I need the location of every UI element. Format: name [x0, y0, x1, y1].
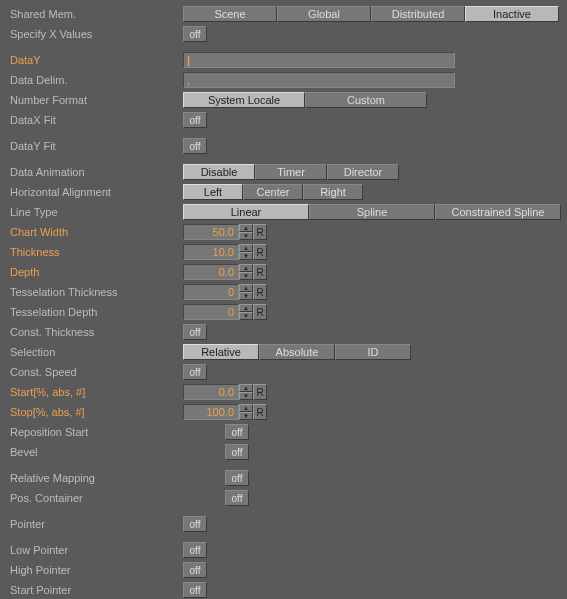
thickness-spinner[interactable]: ▲▼ [239, 244, 253, 260]
tess-thick-label: Tesselation Thickness [8, 286, 183, 298]
depth-reset[interactable]: R [253, 264, 267, 280]
chart-width-spinner[interactable]: ▲▼ [239, 224, 253, 240]
shared-mem-label: Shared Mem. [8, 8, 183, 20]
datay-fit-label: DataY Fit [8, 140, 183, 152]
data-delim-label: Data Delim. [8, 74, 183, 86]
const-thick-label: Const. Thickness [8, 326, 183, 338]
tess-depth-spinner[interactable]: ▲▼ [239, 304, 253, 320]
specify-x-toggle[interactable]: off [183, 26, 207, 42]
start-ptr-toggle[interactable]: off [183, 582, 207, 598]
datay-input[interactable]: | [183, 52, 455, 68]
selection-relative[interactable]: Relative [183, 344, 259, 360]
start-label: Start[%, abs, #] [8, 386, 183, 398]
start-spinner[interactable]: ▲▼ [239, 384, 253, 400]
num-format-custom[interactable]: Custom [305, 92, 427, 108]
tess-depth-reset[interactable]: R [253, 304, 267, 320]
thickness-reset[interactable]: R [253, 244, 267, 260]
const-speed-label: Const. Speed [8, 366, 183, 378]
data-delim-input[interactable]: , [183, 72, 455, 88]
start-input[interactable]: 0.0 [183, 384, 239, 400]
depth-spinner[interactable]: ▲▼ [239, 264, 253, 280]
halign-right[interactable]: Right [303, 184, 363, 200]
high-ptr-toggle[interactable]: off [183, 562, 207, 578]
line-type-constrained[interactable]: Constrained Spline [435, 204, 561, 220]
tess-depth-input[interactable]: 0 [183, 304, 239, 320]
low-ptr-label: Low Pointer [8, 544, 183, 556]
rel-map-label: Relative Mapping [8, 472, 183, 484]
const-thick-toggle[interactable]: off [183, 324, 207, 340]
thickness-input[interactable]: 10.0 [183, 244, 239, 260]
data-anim-timer[interactable]: Timer [255, 164, 327, 180]
halign-left[interactable]: Left [183, 184, 243, 200]
chart-width-reset[interactable]: R [253, 224, 267, 240]
shared-mem-scene[interactable]: Scene [183, 6, 277, 22]
line-type-linear[interactable]: Linear [183, 204, 309, 220]
stop-label: Stop[%, abs, #] [8, 406, 183, 418]
datax-fit-label: DataX Fit [8, 114, 183, 126]
data-anim-disable[interactable]: Disable [183, 164, 255, 180]
num-format-system[interactable]: System Locale [183, 92, 305, 108]
tess-thick-spinner[interactable]: ▲▼ [239, 284, 253, 300]
rel-map-toggle[interactable]: off [225, 470, 249, 486]
data-anim-director[interactable]: Director [327, 164, 399, 180]
selection-label: Selection [8, 346, 183, 358]
bevel-label: Bevel [8, 446, 183, 458]
shared-mem-inactive[interactable]: Inactive [465, 6, 559, 22]
specify-x-label: Specify X Values [8, 28, 183, 40]
stop-spinner[interactable]: ▲▼ [239, 404, 253, 420]
chart-width-input[interactable]: 50.0 [183, 224, 239, 240]
stop-input[interactable]: 100.0 [183, 404, 239, 420]
halign-center[interactable]: Center [243, 184, 303, 200]
low-ptr-toggle[interactable]: off [183, 542, 207, 558]
datay-label: DataY [8, 54, 183, 66]
line-type-spline[interactable]: Spline [309, 204, 435, 220]
pos-cont-toggle[interactable]: off [225, 490, 249, 506]
line-type-label: Line Type [8, 206, 183, 218]
depth-label: Depth [8, 266, 183, 278]
tess-thick-reset[interactable]: R [253, 284, 267, 300]
shared-mem-global[interactable]: Global [277, 6, 371, 22]
thickness-label: Thickness [8, 246, 183, 258]
datay-fit-toggle[interactable]: off [183, 138, 207, 154]
datax-fit-toggle[interactable]: off [183, 112, 207, 128]
bevel-toggle[interactable]: off [225, 444, 249, 460]
halign-label: Horizontal Alignment [8, 186, 183, 198]
chart-width-label: Chart Width [8, 226, 183, 238]
start-reset[interactable]: R [253, 384, 267, 400]
pointer-label: Pointer [8, 518, 183, 530]
depth-input[interactable]: 0.0 [183, 264, 239, 280]
pos-cont-label: Pos. Container [8, 492, 183, 504]
high-ptr-label: High Pointer [8, 564, 183, 576]
start-ptr-label: Start Pointer [8, 584, 183, 596]
pointer-toggle[interactable]: off [183, 516, 207, 532]
shared-mem-distributed[interactable]: Distributed [371, 6, 465, 22]
selection-id[interactable]: ID [335, 344, 411, 360]
repos-start-toggle[interactable]: off [225, 424, 249, 440]
data-anim-label: Data Animation [8, 166, 183, 178]
tess-thick-input[interactable]: 0 [183, 284, 239, 300]
selection-absolute[interactable]: Absolute [259, 344, 335, 360]
num-format-label: Number Format [8, 94, 183, 106]
stop-reset[interactable]: R [253, 404, 267, 420]
repos-start-label: Reposition Start [8, 426, 183, 438]
const-speed-toggle[interactable]: off [183, 364, 207, 380]
tess-depth-label: Tesselation Depth [8, 306, 183, 318]
